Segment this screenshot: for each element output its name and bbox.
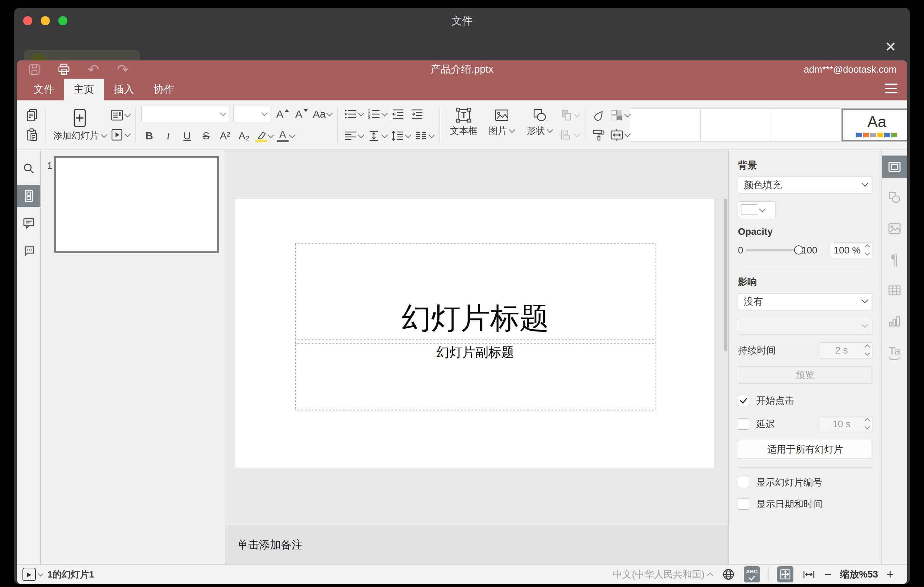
print-icon[interactable] [57,63,71,76]
slide[interactable]: 幻灯片标题 幻灯片副标题 [235,199,714,468]
zoom-out-button[interactable]: − [824,568,832,581]
globe-icon[interactable] [721,567,736,581]
strikethrough-button[interactable]: S [198,128,214,144]
slide-size-button[interactable] [610,127,630,143]
line-spacing-button[interactable] [390,128,411,144]
decrease-font-button[interactable]: A [294,106,309,122]
underline-button[interactable]: U [180,128,195,144]
theme-option-blank-2[interactable] [701,109,771,141]
horizontal-align-button[interactable] [343,128,363,144]
title-placeholder[interactable]: 幻灯片标题 [295,243,655,344]
show-date-row: 显示日期和时间 [738,498,873,511]
copy-style-button[interactable] [591,127,606,143]
screen: { "window": { "title": "文件" }, "chrome":… [0,0,924,587]
slides-panel-button[interactable] [17,185,40,207]
opacity-slider[interactable] [746,245,799,256]
columns-button[interactable] [414,128,434,144]
vertical-align-button[interactable] [367,128,387,144]
start-on-click-checkbox[interactable] [738,395,749,406]
fit-width-icon [802,567,816,581]
slide-settings-tab[interactable] [882,155,907,178]
start-slideshow-statusbar-button[interactable]: ▶ [23,568,36,581]
tab-file[interactable]: 文件 [24,79,64,101]
slide-layout-button[interactable] [110,107,130,123]
fit-to-slide-button[interactable] [777,566,794,582]
menu-icon[interactable] [885,84,897,93]
bullets-button[interactable] [343,106,363,122]
delay-checkbox[interactable] [738,419,749,430]
image-settings-tab[interactable] [882,217,907,240]
decrease-indent-button[interactable] [390,106,406,122]
background-color-picker[interactable] [738,201,776,218]
tab-collaboration[interactable]: 协作 [144,79,184,101]
chart-settings-tab[interactable] [882,310,907,333]
font-color-button[interactable]: A [277,128,295,144]
spinner-arrows[interactable] [865,245,869,255]
subscript-button[interactable]: A₂ [236,128,252,144]
slide-settings-panel: 背景 颜色填充 Opacity 0 100 100 % [728,150,881,564]
increase-font-button[interactable]: A [275,106,290,122]
show-date-checkbox[interactable] [738,498,749,510]
opacity-spinner[interactable]: 100 % [831,242,873,258]
highlight-color-button[interactable] [255,128,273,144]
insert-image-button[interactable]: 图片 [483,107,520,143]
slides-icon [22,189,36,203]
chat-button[interactable] [17,240,40,262]
style-group [591,107,630,143]
copy-icon[interactable] [25,107,40,123]
numbering-button[interactable]: 123 [367,106,387,122]
effect-select[interactable]: 没有 [738,293,873,310]
insert-textbox-button[interactable]: T 文本框 [446,107,482,143]
comments-button[interactable] [17,213,40,234]
apply-to-all-slides-button[interactable]: 适用于所有幻灯片 [738,440,873,459]
textart-settings-tab[interactable]: Ta [882,341,907,363]
arrange-shape-button[interactable] [559,107,579,123]
bold-button[interactable]: B [142,128,157,144]
background-fill-select[interactable]: 颜色填充 [738,176,873,193]
language-selector[interactable]: 中文(中华人民共和国) [613,568,713,581]
tab-home[interactable]: 主页 [64,79,104,101]
paste-icon[interactable] [25,127,40,143]
slide-canvas[interactable]: 幻灯片标题 幻灯片副标题 [225,150,728,525]
chevron-down-icon[interactable] [38,571,43,577]
fit-to-width-button[interactable] [802,567,816,581]
close-editor-button[interactable]: × [885,37,896,56]
redo-icon[interactable]: ↷ [116,63,130,76]
clear-style-button[interactable] [591,107,606,123]
chevron-down-icon [261,110,267,116]
add-slide-button[interactable]: 添加幻灯片 [51,107,108,143]
tab-insert[interactable]: 插入 [104,79,144,101]
spellcheck-button[interactable]: ABC [744,566,760,582]
table-settings-tab[interactable] [882,279,907,302]
show-slide-number-checkbox[interactable] [738,477,749,488]
color-scheme-button[interactable] [610,107,630,123]
theme-option-selected[interactable]: Aa [842,109,907,141]
font-size-combo[interactable] [233,106,271,122]
align-shape-button[interactable] [559,127,579,143]
italic-button[interactable]: I [160,128,176,144]
font-name-combo[interactable] [142,106,230,122]
change-case-button[interactable]: Aa [313,106,332,122]
chevron-down-icon [358,110,364,116]
subtitle-placeholder[interactable]: 幻灯片副标题 [295,340,655,411]
zoom-in-button[interactable]: + [886,568,894,581]
svg-text:T: T [461,110,466,120]
theme-preview-text: Aa [868,113,886,130]
shape-settings-tab[interactable] [882,186,907,209]
chevron-down-icon [358,132,364,138]
slider-knob[interactable] [794,246,803,254]
canvas-scrollbar[interactable] [724,199,728,351]
undo-icon[interactable]: ↶ [86,63,101,76]
start-slideshow-button[interactable] [110,127,130,143]
paragraph-settings-tab[interactable]: ¶ [882,248,907,271]
save-icon[interactable] [27,63,41,76]
search-button[interactable] [17,158,40,180]
insert-shape-button[interactable]: 形状 [521,107,558,143]
notes-area[interactable]: 单击添加备注 [225,525,728,564]
duration-row: 持续时间 2 s [738,342,873,358]
theme-option-blank-3[interactable] [771,109,842,141]
theme-option-blank-1[interactable] [630,109,701,141]
superscript-button[interactable]: A² [217,128,233,144]
slide-thumbnail[interactable] [54,156,219,253]
increase-indent-button[interactable] [409,106,425,122]
